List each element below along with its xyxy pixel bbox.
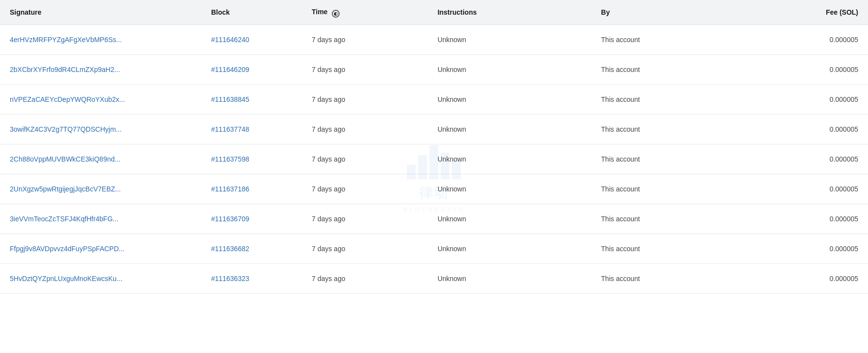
cell-instructions-1: Unknown <box>428 55 592 85</box>
block-link-8[interactable]: #111636323 <box>211 275 249 282</box>
cell-signature-2: nVPEZaCAEYcDepYWQRoYXub2x... <box>0 85 201 115</box>
cell-time-0: 7 days ago <box>302 25 428 55</box>
cell-by-1: This account <box>591 55 755 85</box>
signature-link-3[interactable]: 3owifKZ4C3V2g7TQ77QDSCHyjm... <box>10 125 122 133</box>
cell-instructions-6: Unknown <box>428 204 592 234</box>
signature-link-6[interactable]: 3ieVVmTeocZcTSFJ4KqfHfr4bFG... <box>10 215 119 223</box>
cell-block-4: #111637598 <box>201 144 302 174</box>
cell-block-8: #111636323 <box>201 264 302 294</box>
table-row: 2UnXgzw5pwRtgijegjJqcBcV7EBZ... #1116371… <box>0 174 868 204</box>
cell-time-3: 7 days ago <box>302 115 428 144</box>
cell-signature-0: 4erHVzMRFPYZgAFgXeVbMP6Ss... <box>0 25 201 55</box>
cell-time-8: 7 days ago <box>302 264 428 294</box>
cell-block-0: #111646240 <box>201 25 302 55</box>
cell-time-1: 7 days ago <box>302 55 428 85</box>
cell-instructions-3: Unknown <box>428 115 592 144</box>
block-link-3[interactable]: #111637748 <box>211 125 249 133</box>
cell-by-0: This account <box>591 25 755 55</box>
cell-instructions-4: Unknown <box>428 144 592 174</box>
table-header-row: Signature Block Time ◐ Instructions By F… <box>0 0 868 25</box>
cell-by-5: This account <box>591 174 755 204</box>
cell-instructions-8: Unknown <box>428 264 592 294</box>
column-header-by: By <box>591 0 755 25</box>
cell-signature-5: 2UnXgzw5pwRtgijegjJqcBcV7EBZ... <box>0 174 201 204</box>
block-link-7[interactable]: #111636682 <box>211 245 249 253</box>
cell-block-3: #111637748 <box>201 115 302 144</box>
table-row: Ffpgj9v8AVDpvvz4dFuyPSpFACPD... #1116366… <box>0 234 868 264</box>
cell-by-2: This account <box>591 85 755 115</box>
cell-block-7: #111636682 <box>201 234 302 264</box>
cell-by-8: This account <box>591 264 755 294</box>
cell-by-3: This account <box>591 115 755 144</box>
table-row: 2Ch88oVppMUVBWkCE3kiQ89nd... #111637598 … <box>0 144 868 174</box>
cell-block-2: #111638845 <box>201 85 302 115</box>
transactions-table: Signature Block Time ◐ Instructions By F… <box>0 0 868 294</box>
cell-fee-5: 0.000005 <box>755 174 868 204</box>
column-header-fee: Fee (SOL) <box>755 0 868 25</box>
cell-time-6: 7 days ago <box>302 204 428 234</box>
cell-instructions-2: Unknown <box>428 85 592 115</box>
table-row: 3ieVVmTeocZcTSFJ4KqfHfr4bFG... #11163670… <box>0 204 868 234</box>
column-header-block: Block <box>201 0 302 25</box>
signature-link-1[interactable]: 2bXCbrXYFrfo9dR4CLmZXp9aH2... <box>10 66 120 73</box>
time-clock-icon: ◐ <box>332 10 340 18</box>
column-header-signature: Signature <box>0 0 201 25</box>
block-link-6[interactable]: #111636709 <box>211 215 249 223</box>
signature-link-4[interactable]: 2Ch88oVppMUVBWkCE3kiQ89nd... <box>10 155 121 163</box>
transactions-table-container: 律动 BLOCKBEATS Signature Block Time ◐ Ins… <box>0 0 868 353</box>
signature-link-8[interactable]: 5HvDztQYZpnLUxguMnoKEwcsKu... <box>10 275 123 282</box>
cell-fee-6: 0.000005 <box>755 204 868 234</box>
table-row: 2bXCbrXYFrfo9dR4CLmZXp9aH2... #111646209… <box>0 55 868 85</box>
table-row: 5HvDztQYZpnLUxguMnoKEwcsKu... #111636323… <box>0 264 868 294</box>
signature-link-0[interactable]: 4erHVzMRFPYZgAFgXeVbMP6Ss... <box>10 36 122 44</box>
cell-fee-3: 0.000005 <box>755 115 868 144</box>
cell-by-6: This account <box>591 204 755 234</box>
table-row: 3owifKZ4C3V2g7TQ77QDSCHyjm... #111637748… <box>0 115 868 144</box>
cell-signature-8: 5HvDztQYZpnLUxguMnoKEwcsKu... <box>0 264 201 294</box>
block-link-2[interactable]: #111638845 <box>211 95 249 103</box>
column-header-time: Time ◐ <box>302 0 428 25</box>
cell-block-1: #111646209 <box>201 55 302 85</box>
signature-link-2[interactable]: nVPEZaCAEYcDepYWQRoYXub2x... <box>10 95 125 103</box>
cell-fee-2: 0.000005 <box>755 85 868 115</box>
cell-fee-1: 0.000005 <box>755 55 868 85</box>
cell-instructions-0: Unknown <box>428 25 592 55</box>
cell-instructions-5: Unknown <box>428 174 592 204</box>
cell-time-2: 7 days ago <box>302 85 428 115</box>
block-link-5[interactable]: #111637186 <box>211 185 249 193</box>
column-header-instructions: Instructions <box>428 0 592 25</box>
cell-by-7: This account <box>591 234 755 264</box>
signature-link-5[interactable]: 2UnXgzw5pwRtgijegjJqcBcV7EBZ... <box>10 185 121 193</box>
cell-block-5: #111637186 <box>201 174 302 204</box>
cell-signature-6: 3ieVVmTeocZcTSFJ4KqfHfr4bFG... <box>0 204 201 234</box>
cell-time-5: 7 days ago <box>302 174 428 204</box>
cell-fee-0: 0.000005 <box>755 25 868 55</box>
table-row: 4erHVzMRFPYZgAFgXeVbMP6Ss... #111646240 … <box>0 25 868 55</box>
cell-signature-1: 2bXCbrXYFrfo9dR4CLmZXp9aH2... <box>0 55 201 85</box>
cell-fee-4: 0.000005 <box>755 144 868 174</box>
cell-signature-3: 3owifKZ4C3V2g7TQ77QDSCHyjm... <box>0 115 201 144</box>
cell-fee-8: 0.000005 <box>755 264 868 294</box>
cell-by-4: This account <box>591 144 755 174</box>
block-link-4[interactable]: #111637598 <box>211 155 249 163</box>
block-link-1[interactable]: #111646209 <box>211 66 249 73</box>
table-row: nVPEZaCAEYcDepYWQRoYXub2x... #111638845 … <box>0 85 868 115</box>
cell-time-7: 7 days ago <box>302 234 428 264</box>
cell-fee-7: 0.000005 <box>755 234 868 264</box>
cell-block-6: #111636709 <box>201 204 302 234</box>
cell-time-4: 7 days ago <box>302 144 428 174</box>
cell-signature-7: Ffpgj9v8AVDpvvz4dFuyPSpFACPD... <box>0 234 201 264</box>
cell-instructions-7: Unknown <box>428 234 592 264</box>
signature-link-7[interactable]: Ffpgj9v8AVDpvvz4dFuyPSpFACPD... <box>10 245 124 253</box>
cell-signature-4: 2Ch88oVppMUVBWkCE3kiQ89nd... <box>0 144 201 174</box>
block-link-0[interactable]: #111646240 <box>211 36 249 44</box>
